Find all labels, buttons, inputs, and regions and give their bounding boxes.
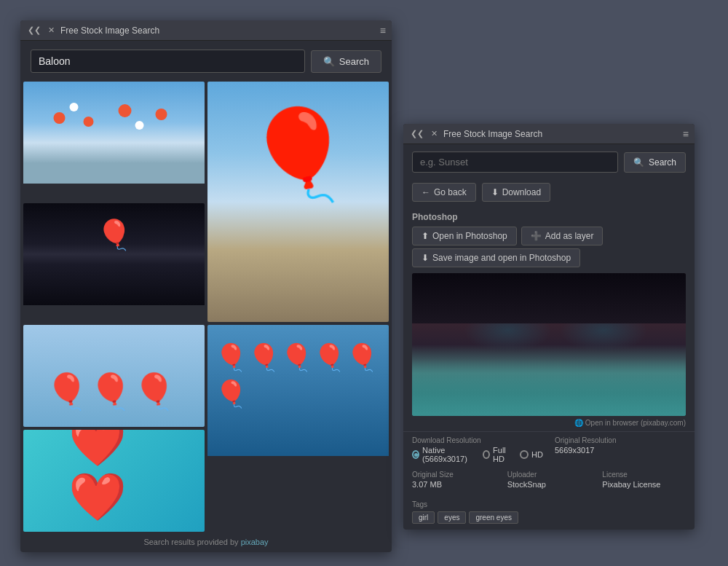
left-panel-titlebar: ❮❮ ✕ Free Stock Image Search ≡ bbox=[20, 20, 392, 41]
save-icon: ⬇ bbox=[422, 253, 429, 263]
tags-section: Tags girl eyes green eyes bbox=[403, 498, 695, 530]
search-credit: Search results provided by pixabay bbox=[20, 533, 392, 552]
right-panel-menu-icon[interactable]: ≡ bbox=[683, 128, 689, 140]
photoshop-buttons: ⬆ Open in Photoshop ➕ Add as layer ⬇ Sav… bbox=[412, 227, 686, 267]
fullhd-radio-dot bbox=[483, 450, 490, 459]
pixabay-link[interactable]: pixabay bbox=[241, 538, 269, 546]
right-titlebar-controls: ❮❮ ✕ bbox=[409, 129, 439, 138]
download-resolution-label: Download Resolution bbox=[412, 436, 543, 444]
fullhd-radio-label: Full HD bbox=[493, 446, 513, 463]
download-resolution-group: Download Resolution Native (5669x3017) F… bbox=[412, 436, 543, 466]
grid-item-hot-air-balloon[interactable] bbox=[207, 82, 389, 322]
grid-item-heart-balloons[interactable] bbox=[23, 430, 205, 532]
grid-item-reflection[interactable] bbox=[23, 203, 205, 322]
left-search-input[interactable] bbox=[31, 50, 305, 73]
license-label: License bbox=[602, 471, 686, 479]
right-panel-title: Free Stock Image Search bbox=[443, 129, 542, 139]
globe-icon: 🌐 bbox=[574, 419, 583, 427]
right-search-button[interactable]: 🔍 Search bbox=[624, 152, 686, 173]
resolution-meta-row: Download Resolution Native (5669x3017) F… bbox=[412, 436, 686, 466]
right-search-bar: 🔍 Search bbox=[403, 144, 695, 180]
photoshop-buttons-row2: ⬇ Save image and open in Photoshop bbox=[412, 248, 686, 267]
add-layer-icon: ➕ bbox=[531, 231, 542, 241]
tags-list: girl eyes green eyes bbox=[412, 511, 686, 524]
fullhd-radio[interactable]: Full HD bbox=[483, 446, 513, 463]
original-size-value: 3.07 MB bbox=[412, 480, 496, 489]
right-titlebar-left: ❮❮ ✕ Free Stock Image Search bbox=[409, 129, 542, 139]
license-value: Pixabay License bbox=[602, 480, 686, 489]
photoshop-buttons-row1: ⬆ Open in Photoshop ➕ Add as layer bbox=[412, 227, 686, 245]
hd-radio-dot bbox=[520, 450, 529, 459]
image-grid bbox=[20, 82, 392, 533]
native-radio-label: Native (5669x3017) bbox=[422, 446, 475, 463]
metadata-section: Download Resolution Native (5669x3017) F… bbox=[403, 431, 695, 498]
details-meta-row: Original Size 3.07 MB Uploader StockSnap… bbox=[412, 471, 686, 489]
download-button[interactable]: ⬇ Download bbox=[482, 183, 550, 202]
tag-girl[interactable]: girl bbox=[412, 511, 435, 524]
open-in-browser-link[interactable]: 🌐 Open in browser (pixabay.com) bbox=[403, 419, 695, 431]
titlebar-controls: ❮❮ ✕ bbox=[26, 25, 56, 35]
back-icon: ← bbox=[422, 187, 430, 197]
right-panel: ❮❮ ✕ Free Stock Image Search ≡ 🔍 Search … bbox=[403, 124, 695, 530]
hd-radio[interactable]: HD bbox=[520, 450, 543, 459]
uploader-label: Uploader bbox=[507, 471, 591, 479]
photoshop-section: Photoshop ⬆ Open in Photoshop ➕ Add as l… bbox=[403, 209, 695, 273]
right-search-input[interactable] bbox=[412, 152, 618, 173]
collapse-button[interactable]: ❮❮ bbox=[26, 25, 42, 35]
original-size-group: Original Size 3.07 MB bbox=[412, 471, 496, 489]
left-panel: ❮❮ ✕ Free Stock Image Search ≡ 🔍 Search bbox=[20, 20, 392, 552]
grid-item-colorful-balloons[interactable] bbox=[23, 325, 205, 427]
download-icon: ⬇ bbox=[491, 187, 499, 197]
close-button[interactable]: ✕ bbox=[47, 25, 56, 35]
uploader-value: StockSnap bbox=[507, 480, 591, 489]
right-close-button[interactable]: ✕ bbox=[430, 129, 439, 138]
left-panel-title: Free Stock Image Search bbox=[60, 25, 159, 36]
original-resolution-label: Original Resolution bbox=[555, 436, 686, 444]
license-group: License Pixabay License bbox=[602, 471, 686, 489]
resolution-radio-row: Native (5669x3017) Full HD HD bbox=[412, 446, 543, 463]
preview-image[interactable] bbox=[412, 273, 686, 416]
left-search-button[interactable]: 🔍 Search bbox=[311, 50, 381, 73]
titlebar-left: ❮❮ ✕ Free Stock Image Search bbox=[26, 25, 159, 36]
tag-eyes[interactable]: eyes bbox=[438, 511, 466, 524]
left-panel-menu-icon[interactable]: ≡ bbox=[380, 25, 386, 36]
native-radio[interactable]: Native (5669x3017) bbox=[412, 446, 475, 463]
original-resolution-value: 5669x3017 bbox=[555, 446, 686, 455]
add-as-layer-button[interactable]: ➕ Add as layer bbox=[521, 227, 604, 245]
original-size-label: Original Size bbox=[412, 471, 496, 479]
search-icon: 🔍 bbox=[323, 56, 335, 67]
tag-green-eyes[interactable]: green eyes bbox=[469, 511, 518, 524]
left-search-bar: 🔍 Search bbox=[20, 41, 392, 82]
photoshop-open-icon: ⬆ bbox=[422, 231, 429, 241]
grid-item-many-balloons[interactable] bbox=[207, 325, 389, 532]
tags-label: Tags bbox=[412, 500, 686, 508]
uploader-group: Uploader StockSnap bbox=[507, 471, 591, 489]
right-panel-titlebar: ❮❮ ✕ Free Stock Image Search ≡ bbox=[403, 124, 695, 144]
action-bar: ← Go back ⬇ Download bbox=[403, 180, 695, 209]
original-resolution-group: Original Resolution 5669x3017 bbox=[555, 436, 686, 466]
native-radio-dot bbox=[412, 450, 419, 459]
grid-item-balloons-sky[interactable] bbox=[23, 82, 205, 200]
right-collapse-button[interactable]: ❮❮ bbox=[409, 129, 425, 138]
photoshop-title: Photoshop bbox=[412, 212, 686, 222]
open-in-photoshop-button[interactable]: ⬆ Open in Photoshop bbox=[412, 227, 517, 245]
hd-radio-label: HD bbox=[531, 450, 543, 459]
save-open-photoshop-button[interactable]: ⬇ Save image and open in Photoshop bbox=[412, 248, 580, 267]
go-back-button[interactable]: ← Go back bbox=[412, 183, 476, 202]
right-search-icon: 🔍 bbox=[633, 157, 644, 168]
